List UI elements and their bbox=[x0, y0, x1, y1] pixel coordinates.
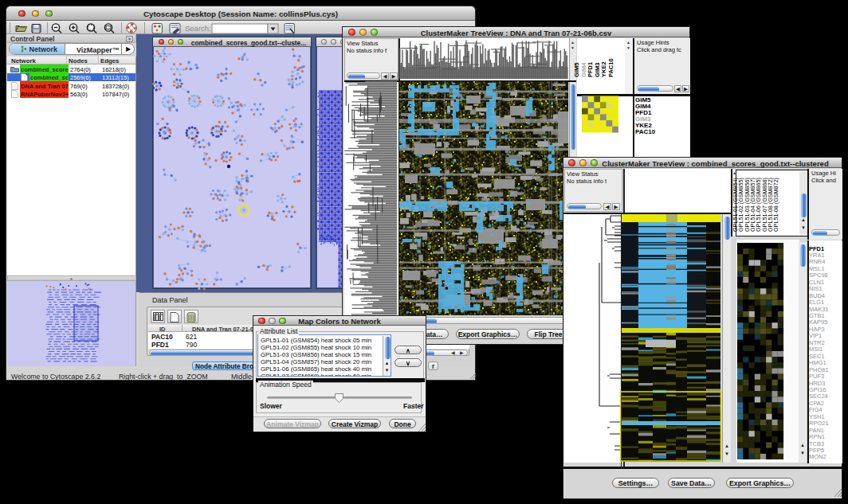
svg-text:GPL51-08 (GSM872): GPL51-08 (GSM872) bbox=[772, 178, 779, 232]
